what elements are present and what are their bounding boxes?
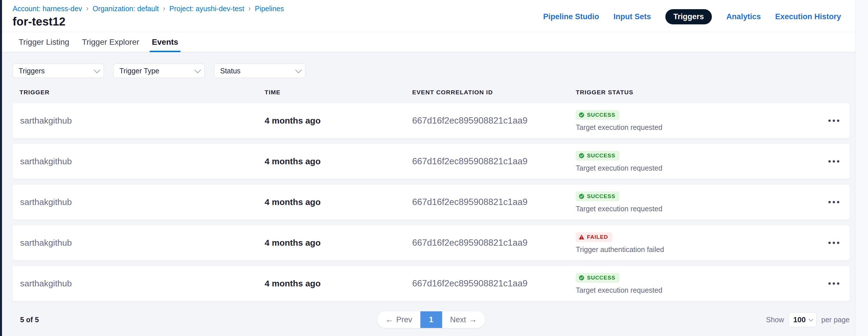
dot-icon xyxy=(833,120,835,122)
next-page-button[interactable]: Next → xyxy=(442,311,485,328)
pager: ← Prev 1 Next → xyxy=(377,311,485,328)
trigger-status-cell: SUCCESS Target execution requested xyxy=(576,273,818,295)
status-badge-label: SUCCESS xyxy=(587,275,615,281)
column-header-event-correlation-id: Event Correlation ID xyxy=(412,89,576,96)
table-row: sarthakgithub 4 months ago 667d16f2ec895… xyxy=(12,266,849,301)
event-correlation-id: 667d16f2ec895908821c1aa9 xyxy=(412,156,576,167)
page-number-1[interactable]: 1 xyxy=(420,311,442,328)
per-page-label: per page xyxy=(821,316,849,324)
tab-trigger-listing[interactable]: Trigger Listing xyxy=(18,32,70,52)
arrow-right-icon: → xyxy=(469,316,477,324)
dot-icon xyxy=(837,160,839,163)
collapsed-left-nav-strip[interactable] xyxy=(0,0,2,336)
status-badge: SUCCESS xyxy=(576,273,619,283)
table-row: sarthakgithub 4 months ago 667d16f2ec895… xyxy=(12,103,849,138)
event-time: 4 months ago xyxy=(265,197,412,207)
right-edge-panel-strip xyxy=(856,0,868,336)
status-badge-label: SUCCESS xyxy=(587,112,615,118)
events-content: Triggers Trigger Type Status Trigger Tim… xyxy=(2,52,856,336)
trigger-type-filter-label: Trigger Type xyxy=(119,67,159,75)
nav-execution-history[interactable]: Execution History xyxy=(775,12,841,21)
status-detail: Target execution requested xyxy=(576,164,662,172)
status-badge: SUCCESS xyxy=(576,192,619,201)
dot-icon xyxy=(833,160,835,163)
column-header-trigger-status: Trigger Status xyxy=(576,89,818,96)
triggers-tabbar: Trigger Listing Trigger Explorer Events xyxy=(2,32,856,52)
result-count: 5 of 5 xyxy=(12,316,39,324)
event-time: 4 months ago xyxy=(265,279,412,289)
column-header-trigger: Trigger xyxy=(12,89,265,96)
row-options-menu-button[interactable] xyxy=(825,238,843,248)
event-time: 4 months ago xyxy=(265,116,412,126)
triggers-filter-dropdown[interactable]: Triggers xyxy=(12,64,104,78)
row-options-menu-button[interactable] xyxy=(825,115,843,126)
event-correlation-id: 667d16f2ec895908821c1aa9 xyxy=(412,278,576,289)
breadcrumb-organization-link[interactable]: Organization: default xyxy=(92,5,159,13)
row-options-menu-button[interactable] xyxy=(825,197,843,207)
chevron-down-icon xyxy=(809,316,813,322)
trigger-status-cell: SUCCESS Target execution requested xyxy=(576,192,818,213)
trigger-name: sarthakgithub xyxy=(12,157,265,166)
dot-icon xyxy=(837,201,839,203)
page-header: Account: harness-dev › Organization: def… xyxy=(2,0,856,32)
breadcrumb-separator-icon: › xyxy=(248,5,251,12)
event-time: 4 months ago xyxy=(265,157,412,166)
dot-icon xyxy=(828,160,831,163)
breadcrumb-account-link[interactable]: Account: harness-dev xyxy=(12,5,82,13)
check-circle-icon xyxy=(579,153,584,159)
breadcrumb-project-link[interactable]: Project: ayushi-dev-test xyxy=(169,5,244,13)
dot-icon xyxy=(837,120,839,122)
table-row: sarthakgithub 4 months ago 667d16f2ec895… xyxy=(12,184,849,220)
dot-icon xyxy=(837,242,839,244)
nav-pipeline-studio[interactable]: Pipeline Studio xyxy=(543,12,599,21)
trigger-name: sarthakgithub xyxy=(12,238,265,248)
status-badge-label: SUCCESS xyxy=(587,153,615,159)
dot-icon xyxy=(837,282,839,285)
tab-trigger-explorer[interactable]: Trigger Explorer xyxy=(81,32,140,52)
trigger-name: sarthakgithub xyxy=(12,197,265,207)
status-badge: SUCCESS xyxy=(576,151,619,161)
dot-icon xyxy=(828,242,831,244)
trigger-type-filter-dropdown[interactable]: Trigger Type xyxy=(113,64,205,78)
dot-icon xyxy=(828,120,831,122)
dot-icon xyxy=(828,201,831,203)
status-detail: Target execution requested xyxy=(576,205,662,213)
warning-triangle-icon xyxy=(579,234,584,240)
trigger-name: sarthakgithub xyxy=(12,279,265,289)
show-label: Show xyxy=(766,316,784,324)
status-detail: Trigger authentication failed xyxy=(576,245,664,254)
main-area: Account: harness-dev › Organization: def… xyxy=(2,0,856,336)
event-time: 4 months ago xyxy=(265,238,412,248)
next-page-label: Next xyxy=(450,315,466,324)
table-header: Trigger Time Event Correlation ID Trigge… xyxy=(12,89,849,96)
page-size-value: 100 xyxy=(794,315,806,324)
breadcrumb-pipelines-link[interactable]: Pipelines xyxy=(255,5,284,13)
status-detail: Target execution requested xyxy=(576,123,662,132)
status-filter-label: Status xyxy=(220,67,241,75)
trigger-status-cell: SUCCESS Target execution requested xyxy=(576,110,818,132)
page-size-select[interactable]: 100 xyxy=(788,312,817,327)
dot-icon xyxy=(833,242,835,244)
status-badge-label: SUCCESS xyxy=(587,193,615,200)
triggers-filter-label: Triggers xyxy=(19,67,45,75)
tab-events[interactable]: Events xyxy=(151,32,179,52)
status-badge: SUCCESS xyxy=(576,110,619,120)
trigger-status-cell: SUCCESS Target execution requested xyxy=(576,151,818,172)
column-header-time: Time xyxy=(265,89,412,96)
row-options-menu-button[interactable] xyxy=(825,156,843,167)
check-circle-icon xyxy=(579,112,584,118)
page-size-control: Show 100 per page xyxy=(766,312,849,327)
breadcrumb-separator-icon: › xyxy=(86,5,89,12)
check-circle-icon xyxy=(579,275,584,281)
chevron-down-icon xyxy=(296,67,302,73)
status-filter-dropdown[interactable]: Status xyxy=(214,64,305,78)
dot-icon xyxy=(833,201,835,203)
status-badge-label: FAILED xyxy=(587,234,608,240)
event-correlation-id: 667d16f2ec895908821c1aa9 xyxy=(412,238,576,248)
nav-triggers[interactable]: Triggers xyxy=(665,9,712,24)
nav-analytics[interactable]: Analytics xyxy=(726,12,761,21)
trigger-name: sarthakgithub xyxy=(12,116,265,126)
nav-input-sets[interactable]: Input Sets xyxy=(613,12,651,21)
prev-page-button[interactable]: ← Prev xyxy=(377,311,420,328)
row-options-menu-button[interactable] xyxy=(825,278,843,289)
